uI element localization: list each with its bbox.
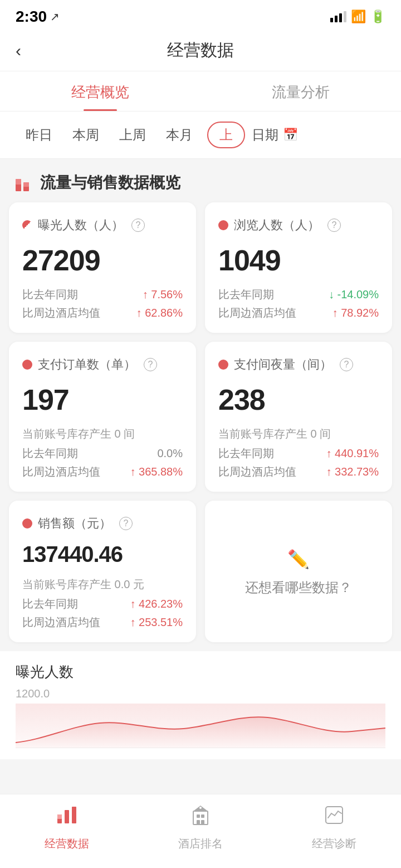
status-time: 2:30 — [16, 8, 47, 26]
nights-help[interactable]: ? — [340, 358, 353, 371]
card-nights: 支付间夜量（间） ? 238 当前账号库存产生 0 间 比去年同期 440.91… — [205, 342, 392, 492]
nights-hotel-label: 比周边酒店均值 — [218, 464, 296, 479]
filter-date[interactable]: 日期 📅 — [252, 126, 298, 144]
svg-rect-11 — [197, 820, 200, 825]
sales-sub: 当前账号库存产生 0.0 元 — [22, 577, 183, 592]
views-dot — [218, 220, 228, 230]
views-label: 浏览人数（人） — [234, 217, 320, 234]
bottom-nav-data-label: 经营数据 — [45, 836, 89, 851]
battery-icon: 🔋 — [370, 9, 385, 24]
nights-value: 238 — [218, 383, 379, 416]
svg-rect-12 — [201, 820, 204, 825]
signal-icon — [330, 11, 346, 22]
orders-dot — [22, 360, 32, 370]
status-icons: 📶 🔋 — [330, 9, 385, 24]
bottom-nav-diagnosis-label: 经营诊断 — [312, 836, 356, 851]
sales-year-value: 426.23% — [130, 598, 183, 610]
exposure-hotel-value: 62.86% — [136, 307, 183, 319]
tab-overview[interactable]: 经营概览 — [0, 71, 200, 111]
orders-help[interactable]: ? — [144, 358, 157, 371]
tab-traffic[interactable]: 流量分析 — [200, 71, 401, 111]
card-placeholder[interactable]: ✏️ 还想看哪些数据？ — [205, 501, 392, 642]
card-orders: 支付订单数（单） ? 197 当前账号库存产生 0 间 比去年同期 0.0% 比… — [9, 342, 196, 492]
placeholder-text: 还想看哪些数据？ — [245, 579, 352, 597]
location-icon: ↗ — [50, 10, 60, 23]
orders-hotel-label: 比周边酒店均值 — [22, 464, 100, 479]
section-title: 流量与销售数据概览 — [40, 172, 180, 193]
bottom-nav-diagnosis[interactable]: 经营诊断 — [267, 803, 401, 851]
orders-label: 支付订单数（单） — [38, 356, 136, 373]
svg-rect-3 — [23, 182, 29, 187]
exposure-help[interactable]: ? — [131, 219, 145, 232]
sales-value: 137440.46 — [22, 542, 183, 567]
status-bar: 2:30 ↗ 📶 🔋 — [0, 0, 401, 30]
page-title: 经营数据 — [167, 39, 234, 62]
sales-label: 销售额（元） — [38, 515, 111, 532]
views-value: 1049 — [218, 244, 379, 277]
svg-rect-9 — [197, 814, 200, 818]
views-year-value: -14.09% — [329, 288, 379, 301]
back-button[interactable]: ‹ — [16, 41, 21, 60]
orders-value: 197 — [22, 383, 183, 416]
nights-year-value: 440.91% — [326, 447, 379, 460]
nights-dot — [218, 360, 228, 370]
top-nav: ‹ 经营数据 — [0, 30, 401, 71]
chart-area — [16, 704, 385, 748]
svg-rect-7 — [57, 814, 62, 819]
section-header: 流量与销售数据概览 — [0, 159, 401, 202]
main-tab-bar: 经营概览 流量分析 — [0, 71, 401, 111]
bottom-nav: 经营数据 酒店排名 经营诊断 — [0, 794, 401, 868]
chart-section: 曝光人数 1200.0 — [0, 651, 401, 759]
exposure-year-label: 比去年同期 — [22, 287, 78, 302]
nights-label: 支付间夜量（间） — [234, 356, 332, 373]
calendar-icon: 📅 — [283, 128, 298, 142]
diagnosis-icon — [322, 803, 346, 832]
views-hotel-value: 78.92% — [332, 307, 379, 319]
chart-svg — [16, 704, 385, 748]
filter-thismonth[interactable]: 本月 — [156, 123, 203, 147]
orders-year-value: 0.0% — [157, 447, 183, 460]
exposure-label: 曝光人数（人） — [38, 217, 124, 234]
filter-selected[interactable]: 上 — [207, 122, 245, 148]
sales-dot — [22, 518, 32, 528]
svg-rect-5 — [65, 810, 69, 823]
card-exposure: 曝光人数（人） ? 27209 比去年同期 7.56% 比周边酒店均值 62.8… — [9, 202, 196, 333]
filter-bar: 昨日 本周 上周 本月 上 日期 📅 — [0, 111, 401, 159]
bottom-nav-ranking-label: 酒店排名 — [178, 836, 223, 851]
bottom-nav-data[interactable]: 经营数据 — [0, 803, 134, 851]
svg-rect-10 — [201, 814, 204, 818]
exposure-value: 27209 — [22, 244, 183, 277]
filter-yesterday[interactable]: 昨日 — [16, 123, 62, 147]
svg-rect-2 — [16, 179, 21, 185]
exposure-hotel-label: 比周边酒店均值 — [22, 306, 100, 321]
views-hotel-label: 比周边酒店均值 — [218, 306, 296, 321]
card-sales: 销售额（元） ? 137440.46 当前账号库存产生 0.0 元 比去年同期 … — [9, 501, 196, 642]
orders-year-label: 比去年同期 — [22, 446, 78, 461]
svg-point-14 — [199, 807, 202, 809]
svg-rect-6 — [72, 807, 76, 823]
filter-lastweek[interactable]: 上周 — [109, 123, 156, 147]
sales-hotel-label: 比周边酒店均值 — [22, 615, 100, 630]
orders-sub: 当前账号库存产生 0 间 — [22, 426, 183, 442]
card-views: 浏览人数（人） ? 1049 比去年同期 -14.09% 比周边酒店均值 78.… — [205, 202, 392, 333]
svg-rect-8 — [193, 811, 208, 825]
bar-chart-icon — [55, 803, 79, 832]
wifi-icon: 📶 — [351, 9, 366, 24]
nights-hotel-value: 332.73% — [326, 465, 379, 478]
card-dot — [22, 220, 32, 230]
chart-title: 曝光人数 — [16, 662, 385, 682]
sales-hotel-value: 253.51% — [130, 616, 183, 629]
building-icon — [189, 803, 212, 832]
section-icon — [16, 174, 32, 191]
filter-thisweek[interactable]: 本周 — [62, 123, 109, 147]
nights-sub: 当前账号库存产生 0 间 — [218, 426, 379, 442]
exposure-year-value: 7.56% — [143, 288, 183, 301]
sales-year-label: 比去年同期 — [22, 597, 78, 612]
views-help[interactable]: ? — [327, 219, 341, 232]
orders-hotel-value: 365.88% — [130, 465, 183, 478]
nights-year-label: 比去年同期 — [218, 446, 274, 461]
pencil-icon: ✏️ — [287, 549, 310, 570]
sales-help[interactable]: ? — [119, 517, 133, 530]
cards-grid: 曝光人数（人） ? 27209 比去年同期 7.56% 比周边酒店均值 62.8… — [0, 202, 401, 642]
bottom-nav-ranking[interactable]: 酒店排名 — [134, 803, 267, 851]
